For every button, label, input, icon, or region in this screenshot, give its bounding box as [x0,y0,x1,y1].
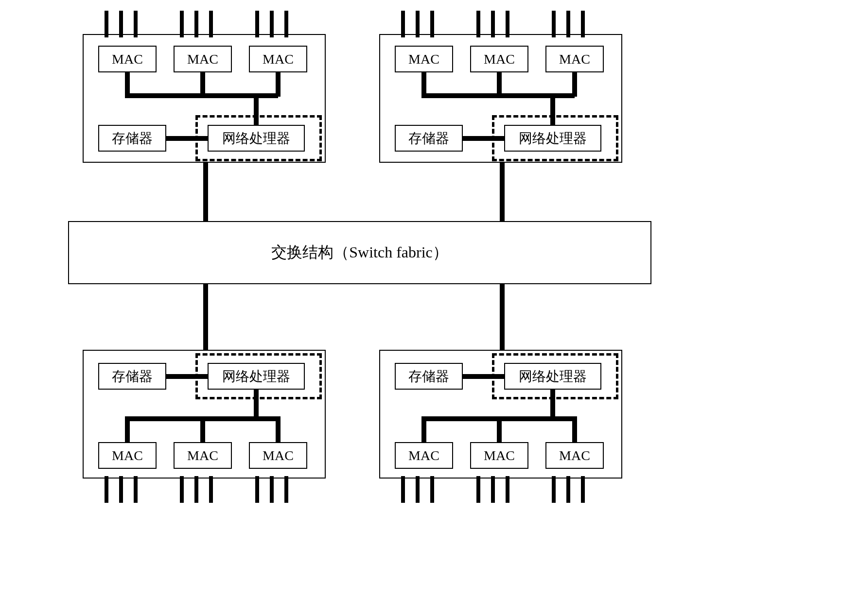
bus [200,72,205,97]
network-processor-box: 网络处理器 [208,125,305,152]
port [194,11,198,37]
memory-box: 存储器 [395,125,463,152]
mac-box: MAC [98,442,157,469]
port [194,476,198,503]
line-card-top-right: MAC MAC MAC 存储器 网络处理器 [379,34,622,163]
bus [203,284,208,350]
port [416,476,420,503]
bus [500,163,505,221]
memory-box: 存储器 [98,363,166,390]
port [134,476,138,503]
mac-box: MAC [395,46,453,72]
network-processor-box: 网络处理器 [504,363,601,390]
port [119,11,123,37]
port [105,476,108,503]
port [552,476,556,503]
port [506,11,509,37]
line-card-bottom-left: 存储器 网络处理器 MAC MAC MAC [83,350,326,479]
port [270,476,274,503]
memory-box: 存储器 [98,125,166,152]
port [581,11,585,37]
port [476,476,480,503]
port [566,11,570,37]
mac-box: MAC [174,46,232,72]
line-card-top-left: MAC MAC MAC 存储器 网络处理器 [83,34,326,163]
port [401,476,405,503]
mac-box: MAC [545,46,604,72]
port [134,11,138,37]
memory-box: 存储器 [395,363,463,390]
bus [500,284,505,350]
port [284,476,288,503]
bus [421,72,426,97]
mac-box: MAC [174,442,232,469]
switch-fabric: 交换结构（Switch fabric） [68,221,651,284]
mac-box: MAC [249,46,307,72]
bus [125,416,130,442]
port [401,11,405,37]
port [491,476,495,503]
port [105,11,108,37]
port [430,476,434,503]
bus [572,72,577,97]
bus [497,72,502,97]
mac-box: MAC [545,442,604,469]
port [180,11,184,37]
mac-box: MAC [470,46,528,72]
port [209,476,213,503]
network-processor-box: 网络处理器 [504,125,601,152]
bus [203,163,208,221]
port [430,11,434,37]
port [255,11,259,37]
port [552,11,556,37]
port [566,476,570,503]
port [284,11,288,37]
port [506,476,509,503]
network-processor-box: 网络处理器 [208,363,305,390]
bus [276,416,281,442]
port [255,476,259,503]
port [581,476,585,503]
mac-box: MAC [395,442,453,469]
mac-box: MAC [249,442,307,469]
port [491,11,495,37]
port [209,11,213,37]
bus [572,416,577,442]
bus [276,72,281,97]
line-card-bottom-right: 存储器 网络处理器 MAC MAC MAC [379,350,622,479]
mac-box: MAC [98,46,157,72]
bus [200,416,205,442]
port [416,11,420,37]
mac-box: MAC [470,442,528,469]
switch-fabric-label: 交换结构（Switch fabric） [271,242,448,263]
bus [421,416,426,442]
bus [125,72,130,97]
port [119,476,123,503]
port [180,476,184,503]
port [270,11,274,37]
bus [497,416,502,442]
port [476,11,480,37]
